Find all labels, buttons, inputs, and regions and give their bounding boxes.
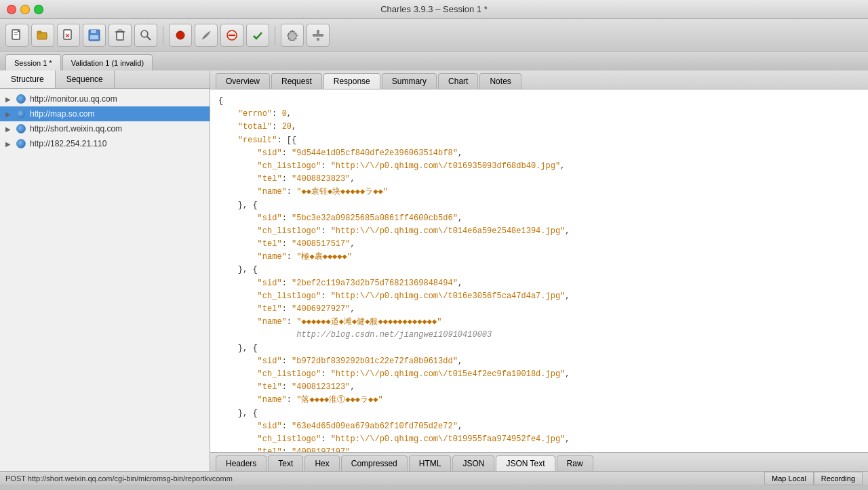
tree-item-uu[interactable]: ▶ http://monitor.uu.qq.com <box>0 91 210 106</box>
separator-2 <box>275 26 275 45</box>
right-tabs: Overview Request Response Summary Chart … <box>210 70 868 89</box>
globe-icon-map <box>15 108 27 119</box>
left-panel: Structure Sequence ▶ http://monitor.uu.q… <box>0 70 210 471</box>
right-panel: Overview Request Response Summary Chart … <box>210 70 868 471</box>
session-tab-1[interactable]: Session 1 * <box>5 54 61 70</box>
tree-label-weixin: http://short.weixin.qq.com <box>30 124 122 134</box>
close-file-button[interactable] <box>57 24 80 47</box>
maximize-button[interactable] <box>34 5 43 14</box>
window-controls[interactable] <box>7 5 43 14</box>
content-area: { "errno": 0, "total": 20, "result": [{ … <box>210 89 868 452</box>
bottom-tabs: Headers Text Hex Compressed HTML JSON JS… <box>210 452 868 471</box>
compressed-tab[interactable]: Compressed <box>341 455 408 471</box>
close-button[interactable] <box>7 5 16 14</box>
hex-tab[interactable]: Hex <box>304 455 339 471</box>
tree-item-weixin[interactable]: ▶ http://short.weixin.qq.com <box>0 121 210 136</box>
tree-view: ▶ http://monitor.uu.qq.com ▶ http://map.… <box>0 89 210 471</box>
delete-button[interactable] <box>108 24 132 47</box>
json-viewer[interactable]: { "errno": 0, "total": 20, "result": [{ … <box>210 89 868 452</box>
stop-button[interactable] <box>220 24 243 47</box>
left-panel-tabs: Structure Sequence <box>0 70 210 89</box>
svg-rect-12 <box>117 32 123 40</box>
title-bar: Charles 3.9.3 – Session 1 * <box>0 0 868 19</box>
settings-button[interactable] <box>281 24 304 47</box>
status-bar: POST http://short.weixin.qq.com/cgi-bin/… <box>0 471 868 485</box>
json-tab[interactable]: JSON <box>452 455 494 471</box>
svg-line-16 <box>147 37 151 40</box>
sequence-tab[interactable]: Sequence <box>56 70 115 88</box>
feather-button[interactable] <box>195 24 218 47</box>
tree-item-ip[interactable]: ▶ http://182.254.21.110 <box>0 136 210 151</box>
new-session-button[interactable] <box>5 24 28 47</box>
tools-button[interactable] <box>307 24 330 47</box>
overview-tab[interactable]: Overview <box>216 73 270 89</box>
window-title: Charles 3.9.3 – Session 1 * <box>380 4 488 14</box>
svg-rect-5 <box>37 31 41 33</box>
svg-rect-14 <box>118 30 122 32</box>
tree-label-ip: http://182.254.21.110 <box>30 139 106 148</box>
tree-arrow-map: ▶ <box>5 110 15 118</box>
map-local-button[interactable]: Map Local <box>764 472 814 485</box>
svg-rect-6 <box>64 30 71 39</box>
globe-icon-ip <box>15 138 27 149</box>
svg-rect-10 <box>91 30 96 33</box>
record-button[interactable] <box>169 24 192 47</box>
response-tab[interactable]: Response <box>323 73 380 89</box>
text-tab[interactable]: Text <box>268 455 303 471</box>
svg-rect-11 <box>90 35 98 39</box>
svg-rect-23 <box>313 34 323 37</box>
status-right: Map Local Recording <box>764 472 863 485</box>
json-text-tab[interactable]: JSON Text <box>496 455 555 471</box>
request-info: POST http://short.weixin.qq.com/cgi-bin/… <box>5 474 233 483</box>
minimize-button[interactable] <box>20 5 30 14</box>
summary-tab[interactable]: Summary <box>382 73 437 89</box>
toolbar <box>0 19 868 52</box>
separator-1 <box>163 26 163 45</box>
main-content: Structure Sequence ▶ http://monitor.uu.q… <box>0 70 868 471</box>
tree-arrow-uu: ▶ <box>5 96 15 103</box>
find-button[interactable] <box>134 24 157 47</box>
tree-item-map[interactable]: ▶ http://map.so.com <box>0 106 210 121</box>
headers-tab[interactable]: Headers <box>216 455 267 471</box>
open-button[interactable] <box>31 24 54 47</box>
save-button[interactable] <box>83 24 106 47</box>
tree-label-map: http://map.so.com <box>30 109 94 119</box>
session-tab-validation[interactable]: Validation 1 (1 invalid) <box>62 54 153 70</box>
validate-button[interactable] <box>246 24 269 47</box>
html-tab[interactable]: HTML <box>409 455 452 471</box>
svg-point-17 <box>176 31 184 39</box>
request-tab[interactable]: Request <box>271 73 322 89</box>
session-tabs: Session 1 * Validation 1 (1 invalid) <box>0 52 868 70</box>
structure-tab[interactable]: Structure <box>0 70 56 88</box>
raw-tab[interactable]: Raw <box>557 455 593 471</box>
recording-button[interactable]: Recording <box>814 472 863 485</box>
svg-point-15 <box>141 30 148 37</box>
svg-rect-24 <box>317 38 319 41</box>
globe-icon-uu <box>15 94 27 104</box>
chart-tab[interactable]: Chart <box>438 73 478 89</box>
tree-arrow-ip: ▶ <box>5 140 15 148</box>
tree-label-uu: http://monitor.uu.qq.com <box>30 94 117 104</box>
svg-rect-22 <box>317 30 319 34</box>
tree-arrow-weixin: ▶ <box>5 125 15 133</box>
globe-icon-weixin <box>15 123 27 134</box>
notes-tab[interactable]: Notes <box>479 73 521 89</box>
